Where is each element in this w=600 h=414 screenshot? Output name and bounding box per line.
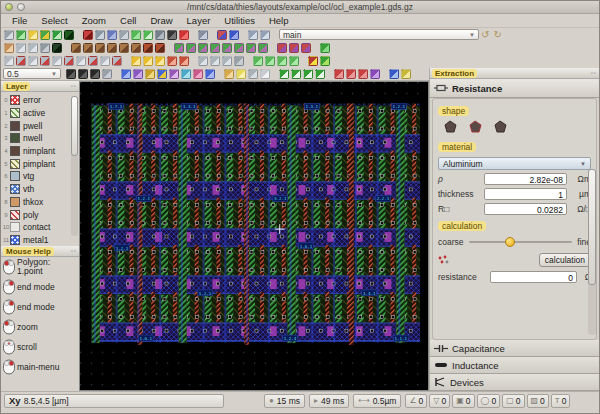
panel-detach-icon[interactable]: ▫▫ <box>591 70 597 76</box>
toolbar-icon[interactable] <box>389 69 399 79</box>
toolbar-icon[interactable] <box>169 69 179 79</box>
toolbar-icon[interactable] <box>303 69 313 79</box>
toolbar-icon[interactable] <box>133 69 143 79</box>
layer-item-pimplant[interactable]: 5pimplant <box>2 157 79 170</box>
toolbar-icon[interactable] <box>234 43 244 53</box>
thickness-input[interactable]: 1 <box>484 188 567 200</box>
layout-canvas[interactable]: 1.7.11.3.11.3.11.2.11.2.13.2.12.2.11.2.1… <box>79 81 429 391</box>
cell-select-combo[interactable]: main ▼ <box>279 29 479 40</box>
layer-item-thkox[interactable]: 8thkox <box>2 196 79 209</box>
toolbar-icon[interactable] <box>90 69 100 79</box>
mouse-help-header[interactable]: Mouse Help ▫▫ <box>1 246 79 257</box>
panel-detach-icon[interactable]: ▫▫ <box>71 83 77 89</box>
toolbar-icon[interactable] <box>40 30 50 40</box>
toolbar-icon[interactable] <box>143 43 153 53</box>
toolbar-icon[interactable] <box>64 30 74 40</box>
toolbar-icon[interactable] <box>95 43 105 53</box>
toolbar-icon[interactable] <box>131 30 141 40</box>
menu-cell[interactable]: Cell <box>113 15 143 26</box>
layer-swatch-icon[interactable] <box>10 95 20 105</box>
menu-select[interactable]: Select <box>34 15 74 26</box>
toolbar-icon[interactable] <box>289 43 299 53</box>
title-bar[interactable]: /mnt/cs/data/thies/layouts/example/ocl/o… <box>1 1 599 14</box>
toolbar-icon[interactable] <box>155 30 165 40</box>
layer-swatch-icon[interactable] <box>10 121 20 131</box>
toolbar-icon[interactable] <box>76 56 86 66</box>
redo-icon[interactable]: ↻ <box>493 30 501 40</box>
toolbar-icon[interactable] <box>167 56 177 66</box>
undo-icon[interactable]: ↺ <box>481 30 489 40</box>
toolbar-icon[interactable] <box>52 43 62 53</box>
toolbar-icon[interactable] <box>95 30 105 40</box>
toolbar-icon[interactable] <box>291 69 301 79</box>
toolbar-icon[interactable] <box>145 69 155 79</box>
toolbar-icon[interactable] <box>100 56 110 66</box>
toolbar-icon[interactable] <box>83 43 93 53</box>
layer-swatch-icon[interactable] <box>10 184 20 194</box>
layer-item-poly[interactable]: 9poly <box>2 208 79 221</box>
layer-scrollbar[interactable] <box>71 96 78 236</box>
toolbar-icon[interactable] <box>301 43 311 53</box>
slider-knob[interactable] <box>505 237 515 247</box>
toolbar-icon[interactable] <box>4 56 14 66</box>
toolbar-icon[interactable] <box>181 69 191 79</box>
toolbar-icon[interactable] <box>277 43 287 53</box>
toolbar-icon[interactable] <box>174 43 184 53</box>
toolbar-icon[interactable] <box>119 30 129 40</box>
toolbar-icon[interactable] <box>229 30 239 40</box>
layer-swatch-icon[interactable] <box>10 210 20 220</box>
toolbar-icon[interactable] <box>186 43 196 53</box>
toolbar-icon[interactable] <box>64 56 74 66</box>
toolbar-icon[interactable] <box>222 43 232 53</box>
toolbar-icon[interactable] <box>40 43 50 53</box>
toolbar-icon[interactable] <box>119 43 129 53</box>
layer-swatch-icon[interactable] <box>10 222 20 232</box>
toolbar-icon[interactable] <box>248 69 258 79</box>
toolbar-icon[interactable] <box>107 43 117 53</box>
toolbar-icon[interactable] <box>52 30 62 40</box>
toolbar-icon[interactable] <box>83 30 93 40</box>
toolbar-icon[interactable] <box>358 69 368 79</box>
toolbar-icon[interactable] <box>370 69 380 79</box>
toolbar-icon[interactable] <box>277 56 287 66</box>
toolbar-icon[interactable] <box>222 56 232 66</box>
toolbar-icon[interactable] <box>71 43 81 53</box>
toolbar-icon[interactable] <box>179 56 189 66</box>
toolbar-icon[interactable] <box>131 43 141 53</box>
toolbar-icon[interactable] <box>88 56 98 66</box>
menu-file[interactable]: File <box>5 15 34 26</box>
layer-swatch-icon[interactable] <box>10 146 20 156</box>
toolbar-icon[interactable] <box>224 69 234 79</box>
toolbar-icon[interactable] <box>205 69 215 79</box>
toolbar-icon[interactable] <box>260 30 270 40</box>
layer-item-active[interactable]: 1active <box>2 107 79 120</box>
toolbar-icon[interactable] <box>16 30 26 40</box>
toolbar-icon[interactable] <box>155 56 165 66</box>
calculation-button[interactable]: calculation <box>539 253 591 267</box>
menu-utilities[interactable]: Utilities <box>217 15 262 26</box>
tab-resistance[interactable]: Resistance <box>430 79 599 98</box>
toolbar-icon[interactable] <box>121 69 131 79</box>
toolbar-icon[interactable] <box>4 30 14 40</box>
toolbar-icon[interactable] <box>143 30 153 40</box>
panel-detach-icon[interactable]: ▫▫ <box>71 248 77 254</box>
toolbar-icon[interactable] <box>320 43 330 53</box>
toolbar-icon[interactable] <box>66 69 76 79</box>
toolbar-icon[interactable] <box>16 56 26 66</box>
panel-scrollbar[interactable] <box>588 169 596 335</box>
toolbar-icon[interactable] <box>210 43 220 53</box>
layer-item-contact[interactable]: 10contact <box>2 221 79 234</box>
toolbar-icon[interactable] <box>320 56 330 66</box>
toolbar-icon[interactable] <box>346 69 356 79</box>
shape-pentagon-icon[interactable] <box>444 120 457 133</box>
menu-help[interactable]: Help <box>262 15 296 26</box>
toolbar-icon[interactable] <box>265 56 275 66</box>
toolbar-icon[interactable] <box>28 56 38 66</box>
toolbar-icon[interactable] <box>198 43 208 53</box>
toolbar-icon[interactable] <box>236 69 246 79</box>
toolbar-icon[interactable] <box>334 69 344 79</box>
layer-swatch-icon[interactable] <box>10 108 20 118</box>
toolbar-icon[interactable] <box>52 56 62 66</box>
toolbar-icon[interactable] <box>193 69 203 79</box>
sheet-resistance-input[interactable]: 0.0282 <box>484 203 567 215</box>
